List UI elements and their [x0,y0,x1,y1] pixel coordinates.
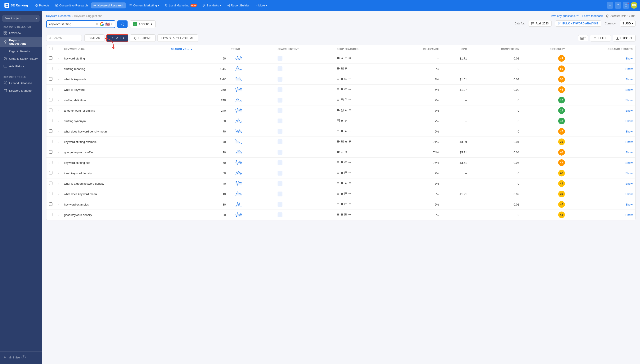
sidebar-item-organic[interactable]: Organic Results [0,47,42,55]
col-relevance[interactable]: RELEVANCE [394,45,442,53]
export-button[interactable]: EXPORT [613,34,635,42]
sidebar-item-serp-history[interactable]: Organic SERP History [0,55,42,62]
col-competition[interactable]: COMPETITION [470,45,522,53]
filter-button[interactable]: FILTER [590,34,611,42]
notification-button[interactable] [623,2,629,9]
flag-button[interactable] [615,2,621,9]
keyword-cell-12[interactable]: what is a good keyword density [61,178,168,189]
add-button[interactable]: + [607,2,613,9]
expand-row-9[interactable]: › [55,147,61,158]
keyword-cell-8[interactable]: keyword stuffing example [61,137,168,147]
keyword-cell-5[interactable]: another word for stuffing [61,106,168,116]
expand-row-1[interactable]: › [55,64,61,74]
nav-more[interactable]: ··· More ▾ [253,2,269,8]
sidebar-item-expand[interactable]: Expand Database [0,79,42,87]
expand-row-3[interactable]: › [55,84,61,95]
expand-row-15[interactable]: › [55,210,61,220]
organic-8[interactable]: Show [568,137,635,147]
row-checkbox-4[interactable] [49,98,53,102]
nav-local[interactable]: Local Marketing NEW [162,2,199,8]
breadcrumb-parent[interactable]: Keyword Research [46,14,71,18]
feedback-link[interactable]: Leave feedback [582,14,603,18]
row-checkbox-5[interactable] [49,108,53,112]
organic-4[interactable]: Show [568,95,635,106]
keyword-cell-2[interactable]: what is keywords [61,74,168,84]
view-toggle[interactable]: ▾ [578,35,588,41]
expand-row-0[interactable]: › [55,53,61,64]
keyword-cell-13[interactable]: what does keyword mean [61,189,168,199]
keyword-cell-10[interactable]: keyword stuffing seo [61,158,168,168]
expand-row-8[interactable]: › [55,137,61,147]
tab-questions[interactable]: QUESTIONS [130,34,155,42]
col-search-vol[interactable]: SEARCH VOL. ▼ [168,45,229,53]
row-checkbox-12[interactable] [49,182,53,185]
clear-search-button[interactable]: ✕ [96,22,99,26]
row-checkbox-2[interactable] [49,77,53,80]
keyword-search-input[interactable] [49,22,94,26]
expand-row-13[interactable]: › [55,189,61,199]
expand-row-2[interactable]: › [55,74,61,84]
keyword-cell-7[interactable]: what does keyword density mean [61,126,168,137]
nav-report[interactable]: Report Builder [224,2,252,8]
col-cpc[interactable]: CPC [442,45,470,53]
project-selector[interactable]: Select project ▾ [2,15,40,22]
minimize-button[interactable]: Minimize ? [0,353,42,361]
user-avatar[interactable]: DD [631,2,637,9]
expand-row-6[interactable]: › [55,116,61,126]
expand-row-12[interactable]: › [55,178,61,189]
col-difficulty[interactable]: DIFFICULTY [522,45,568,53]
date-selector[interactable]: April 2023 [528,20,552,27]
keyword-cell-9[interactable]: google keyword stuffing [61,147,168,158]
col-intent[interactable]: SEARCH INTENT [275,45,334,53]
col-organic[interactable]: ORGANIC RESULTS [568,45,635,53]
organic-14[interactable]: Show [568,199,635,210]
select-all-checkbox[interactable] [49,47,53,50]
organic-12[interactable]: Show [568,178,635,189]
organic-1[interactable]: Show [568,64,635,74]
organic-2[interactable]: Show [568,74,635,84]
keyword-cell-3[interactable]: what is keyword [61,84,168,95]
add-to-button[interactable]: ADD TO ▾ [130,20,155,28]
expand-row-5[interactable]: › [55,106,61,116]
sidebar-item-suggestions[interactable]: Keyword Suggestions [0,36,42,47]
app-logo[interactable]: SE Ranking [3,2,30,9]
expand-row-4[interactable]: › [55,95,61,106]
keyword-cell-4[interactable]: stuffing definition [61,95,168,106]
tab-similar[interactable]: SIMILAR [84,34,104,42]
expand-row-14[interactable]: › [55,199,61,210]
organic-11[interactable]: Show [568,168,635,178]
bulk-analysis-button[interactable]: BULK KEYWORD ANALYSIS [555,20,601,27]
organic-10[interactable]: Show [568,158,635,168]
col-serp[interactable]: SERP FEATURES [334,45,394,53]
organic-6[interactable]: Show [568,116,635,126]
row-checkbox-3[interactable] [49,88,53,91]
row-checkbox-10[interactable] [49,161,53,164]
sidebar-item-overview[interactable]: Overview [0,29,42,36]
row-checkbox-8[interactable] [49,140,53,143]
keyword-cell-14[interactable]: key word examples [61,199,168,210]
table-search-input[interactable] [53,36,79,40]
organic-0[interactable]: Show [568,53,635,64]
row-checkbox-15[interactable] [49,213,53,216]
nav-content[interactable]: Content Marketing ▾ [127,2,161,8]
expand-row-11[interactable]: › [55,168,61,178]
keyword-cell-0[interactable]: keyword stuffing [61,53,168,64]
questions-link[interactable]: Have any questions? ▾ [550,14,579,18]
expand-row-7[interactable]: › [55,126,61,137]
sidebar-item-ads-history[interactable]: Ads History [0,62,42,70]
row-checkbox-13[interactable] [49,192,53,195]
col-trend[interactable]: TREND [229,45,275,53]
keyword-cell-11[interactable]: ideal keyword density [61,168,168,178]
sidebar-item-manager[interactable]: Keyword Manager [0,87,42,94]
row-checkbox-6[interactable] [49,119,53,122]
organic-13[interactable]: Show [568,189,635,199]
tab-related[interactable]: RELATED [106,34,128,42]
row-checkbox-7[interactable] [49,130,53,133]
keyword-cell-1[interactable]: stuffing meaning [61,64,168,74]
nav-backlinks[interactable]: Backlinks ▾ [200,2,223,8]
nav-competitive[interactable]: Competitive Research [53,2,90,8]
row-checkbox-0[interactable] [49,56,53,60]
col-keyword[interactable]: KEYWORD (116) [61,45,168,53]
expand-row-10[interactable]: › [55,158,61,168]
organic-3[interactable]: Show [568,84,635,95]
